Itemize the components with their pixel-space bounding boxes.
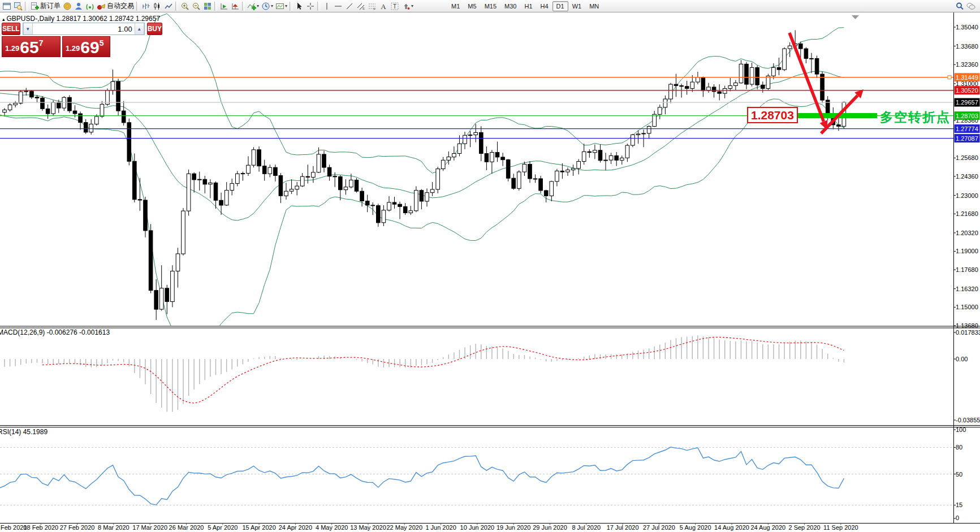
- zoom-out-icon[interactable]: [191, 1, 202, 12]
- buy-price-big: 69: [80, 40, 99, 55]
- fibonacci-icon[interactable]: F: [366, 1, 378, 12]
- equidistant-channel-icon[interactable]: E: [355, 1, 366, 12]
- autotrading-button[interactable]: 自动交易: [96, 1, 135, 12]
- svg-text:2 Sep 2020: 2 Sep 2020: [788, 524, 820, 531]
- cursor-icon[interactable]: [293, 1, 305, 12]
- price-flag-annotation[interactable]: 1.28703: [747, 107, 798, 123]
- turning-point-annotation[interactable]: 多空转折点: [880, 109, 951, 126]
- metaeditor-icon[interactable]: [62, 1, 73, 12]
- volume-input[interactable]: [33, 23, 135, 34]
- new-order-button[interactable]: 新订单: [29, 1, 62, 12]
- svg-text:80: 80: [956, 444, 962, 451]
- svg-text:17 Mar 2020: 17 Mar 2020: [132, 524, 167, 531]
- timeframe-mn[interactable]: MN: [585, 1, 603, 11]
- macd-indicator-label: MACD(12,26,9) -0.006276 -0.001613: [0, 328, 110, 336]
- search-icon[interactable]: [954, 1, 965, 12]
- volume-stepper: ▼ ▲: [23, 23, 145, 35]
- svg-text:5 Apr 2020: 5 Apr 2020: [208, 524, 238, 531]
- trendline-icon[interactable]: [344, 1, 355, 12]
- timeframe-h1[interactable]: H1: [520, 1, 536, 11]
- line-handle[interactable]: [948, 76, 951, 79]
- timeframe-h4[interactable]: H4: [537, 1, 552, 11]
- svg-text:1.27774: 1.27774: [956, 126, 978, 132]
- svg-text:1.24360: 1.24360: [956, 173, 978, 180]
- svg-text:8 Jul 2020: 8 Jul 2020: [572, 524, 601, 531]
- timeframe-d1[interactable]: D1: [552, 1, 568, 11]
- buy-price-small: 1.29: [66, 44, 80, 53]
- zoom-in-icon[interactable]: [179, 1, 191, 12]
- svg-text:1.29657: 1.29657: [956, 99, 978, 106]
- text-icon[interactable]: A: [378, 1, 389, 12]
- auto-scroll-icon[interactable]: [218, 1, 230, 12]
- price-chart[interactable]: 1.350401.336801.323601.310001.283601.256…: [0, 0, 980, 532]
- templates-icon[interactable]: ▾: [274, 1, 288, 12]
- crosshair-icon: [306, 2, 315, 11]
- rsi-indicator-label: RSI(14) 45.1989: [0, 428, 48, 436]
- chevron-down-icon[interactable]: ▾: [257, 3, 259, 8]
- svg-text:11 Sep 2020: 11 Sep 2020: [823, 524, 858, 531]
- svg-text:27 Jul 2020: 27 Jul 2020: [643, 524, 675, 531]
- svg-text:1.31449: 1.31449: [956, 74, 978, 81]
- crosshair-icon[interactable]: [305, 1, 316, 12]
- toolbar: 新订单自动交易▾▾▾EFAT▾M1M5M15M30H1H4D1W1MN: [0, 0, 980, 12]
- line-chart-icon: [164, 2, 173, 11]
- svg-text:1.15000: 1.15000: [956, 304, 978, 310]
- candle-chart-icon[interactable]: [152, 1, 163, 12]
- profiles-icon[interactable]: [12, 1, 24, 12]
- autotrading-button-label: 自动交易: [107, 1, 134, 11]
- chevron-down-icon[interactable]: ▾: [411, 3, 413, 8]
- indicators-icon[interactable]: ▾: [246, 1, 260, 12]
- timeframe-m5[interactable]: M5: [464, 1, 480, 11]
- community-icon[interactable]: [73, 1, 84, 12]
- timeframe-m30[interactable]: M30: [500, 1, 520, 11]
- chat-icon: [966, 2, 975, 11]
- periods-icon[interactable]: ▾: [260, 1, 274, 12]
- sell-price-button[interactable]: 1.29 65 7: [2, 36, 61, 57]
- auto-scroll-icon: [219, 2, 228, 11]
- arrows-tool-icon[interactable]: ▾: [400, 1, 415, 12]
- sell-button[interactable]: SELL: [2, 23, 20, 35]
- svg-text:8 Mar 2020: 8 Mar 2020: [98, 524, 129, 531]
- collapse-arrow-icon[interactable]: ▴: [2, 16, 5, 22]
- zoom-out-icon: [192, 2, 201, 11]
- timeframe-m15[interactable]: M15: [481, 1, 500, 11]
- chart-window-icon: [2, 2, 11, 11]
- chart-shift-icon[interactable]: [230, 1, 241, 12]
- chevron-down-icon[interactable]: ▾: [271, 3, 273, 8]
- new-order-button-label: 新订单: [40, 1, 61, 11]
- volume-increase-button[interactable]: ▲: [135, 23, 144, 34]
- signals-icon: [85, 2, 94, 11]
- toolbar-separator: [317, 2, 320, 11]
- timeframe-w1[interactable]: W1: [568, 1, 586, 11]
- svg-text:1 Jun 2020: 1 Jun 2020: [425, 524, 456, 531]
- periods-icon: [261, 2, 270, 11]
- line-chart-icon[interactable]: [163, 1, 174, 12]
- timeframe-m1[interactable]: M1: [447, 1, 464, 11]
- vertical-line-icon: [322, 2, 331, 11]
- buy-price-button[interactable]: 1.29 69 5: [62, 36, 110, 57]
- svg-text:15 Apr 2020: 15 Apr 2020: [242, 524, 275, 531]
- svg-text:1.16320: 1.16320: [956, 286, 978, 292]
- buy-button[interactable]: BUY: [147, 23, 162, 35]
- svg-text:1.32360: 1.32360: [956, 61, 978, 68]
- chart-window-icon[interactable]: [1, 1, 12, 12]
- buy-price-sup: 5: [100, 38, 104, 47]
- bar-chart-icon[interactable]: [140, 1, 152, 12]
- zoom-in-icon: [180, 2, 189, 11]
- text-label-icon[interactable]: T: [389, 1, 400, 12]
- signals-icon[interactable]: [84, 1, 96, 12]
- svg-text:1.35040: 1.35040: [956, 24, 978, 31]
- svg-text:1.23000: 1.23000: [956, 192, 978, 199]
- chevron-down-icon[interactable]: ▾: [285, 3, 287, 8]
- svg-text:1.33680: 1.33680: [956, 43, 978, 50]
- volume-decrease-button[interactable]: ▼: [23, 23, 33, 34]
- candle-chart-icon: [153, 2, 162, 11]
- svg-text:1.21680: 1.21680: [956, 210, 978, 217]
- vertical-line-icon[interactable]: [321, 1, 333, 12]
- one-click-trading-panel: SELL ▼ ▲ BUY 1.29 65 7 1.29 69 5: [2, 23, 110, 57]
- svg-text:1.19000: 1.19000: [956, 248, 978, 254]
- svg-text:14 Aug 2020: 14 Aug 2020: [714, 524, 749, 531]
- horizontal-line-icon[interactable]: [333, 1, 344, 12]
- tile-windows-icon[interactable]: [202, 1, 213, 12]
- chat-icon[interactable]: [965, 1, 977, 12]
